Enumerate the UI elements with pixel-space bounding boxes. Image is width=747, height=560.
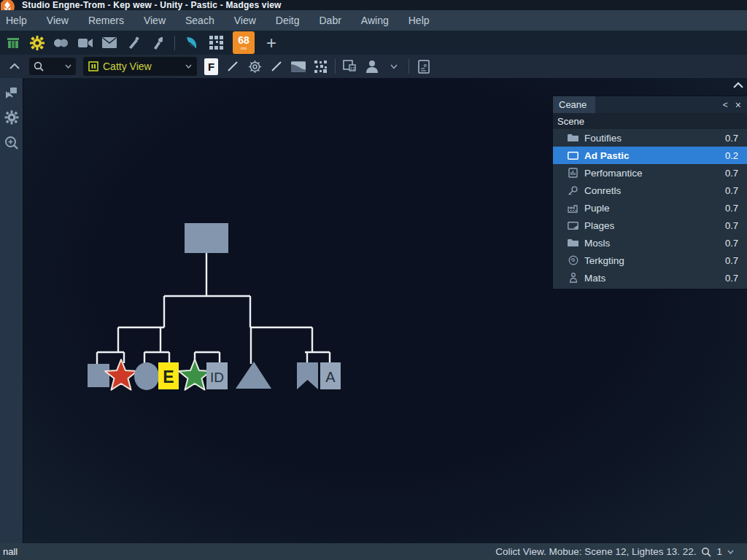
scene-canvas[interactable]: E ID A Ceane < × Scene — [23, 78, 747, 543]
person-icon[interactable] — [365, 59, 379, 74]
fingerprint-icon — [568, 255, 578, 266]
circle-node[interactable] — [134, 362, 159, 390]
menu-view-3[interactable]: View — [234, 15, 256, 26]
qr-grid-icon[interactable] — [209, 36, 223, 50]
panel-tab[interactable]: Ceane — [553, 96, 595, 113]
format-button[interactable]: F — [204, 58, 218, 75]
chevron-up-icon[interactable] — [7, 59, 22, 74]
hierarchy-row-puple[interactable]: Puple 0.7 — [553, 199, 747, 217]
hierarchy-panel: Ceane < × Scene Foutifies 0.7 Ad Pas — [553, 96, 747, 289]
menu-view[interactable]: View — [47, 15, 69, 26]
slash-icon[interactable] — [269, 59, 284, 74]
row-value: 0.7 — [725, 133, 738, 144]
view-mode-select[interactable]: Catty View — [83, 57, 197, 76]
hierarchy-row-ad-pastic[interactable]: Ad Pastic 0.2 — [553, 147, 747, 164]
menu-remers[interactable]: Remers — [88, 15, 124, 26]
magnifier-icon — [34, 61, 44, 71]
menu-help-2[interactable]: Help — [409, 15, 430, 26]
green-columns-icon[interactable] — [6, 36, 20, 50]
yellow-frame-icon — [88, 61, 98, 71]
hierarchy-row-mats[interactable]: Mats 0.7 — [553, 269, 747, 287]
panel-header: Ceane < × — [553, 96, 747, 113]
image-icon[interactable] — [291, 59, 306, 74]
hierarchy-row-foutifies[interactable]: Foutifies 0.7 — [553, 129, 747, 147]
sprocket-icon[interactable] — [247, 59, 262, 74]
menu-deitg[interactable]: Deitg — [276, 15, 300, 26]
toolbar-divider — [335, 59, 336, 74]
tree-connector-lines — [97, 253, 330, 365]
double-circle-icon[interactable] — [54, 36, 69, 50]
chevron-down-icon[interactable] — [727, 550, 734, 554]
red-star-node[interactable] — [105, 359, 137, 390]
status-right-text: Colict View. Mobue: Scene 12, Lightes 13… — [495, 546, 696, 557]
magnifier-icon[interactable] — [701, 547, 711, 557]
teal-quill-icon[interactable] — [185, 36, 199, 50]
yellow-e-node-label: E — [163, 368, 174, 386]
view-mode-value: Catty View — [103, 61, 181, 72]
workspace: E ID A Ceane < × Scene — [0, 78, 747, 543]
root-node[interactable] — [185, 223, 228, 253]
toolbar-divider — [174, 36, 175, 50]
pattern-icon[interactable] — [313, 59, 328, 74]
hierarchy-row-mosls[interactable]: Mosls 0.7 — [553, 234, 747, 252]
menu-seach[interactable]: Seach — [185, 15, 214, 26]
card-icon — [568, 150, 578, 161]
row-value: 0.7 — [725, 255, 738, 266]
menu-view-2[interactable]: View — [144, 15, 166, 26]
row-value: 0.7 — [725, 168, 738, 179]
settings-gear-icon[interactable] — [4, 110, 19, 125]
slash-icon[interactable] — [225, 59, 240, 74]
camera-icon[interactable] — [78, 36, 93, 50]
chevron-down-icon — [185, 64, 192, 69]
plus-icon[interactable]: + — [264, 36, 279, 50]
display-icon — [568, 220, 578, 231]
zoom-level-value[interactable]: 1 — [716, 546, 722, 557]
unit-badge-button[interactable]: 68 cm — [233, 31, 255, 54]
book-chart-icon — [568, 168, 578, 179]
window-13-icon[interactable]: 13 — [343, 59, 357, 74]
main-toolbar: 68 cm + — [0, 31, 747, 55]
document-icon[interactable]: e — [417, 59, 431, 74]
hierarchy-row-conretls[interactable]: Conretls 0.7 — [553, 182, 747, 199]
panel-collapse-button[interactable]: < — [723, 100, 728, 110]
bookmark-node[interactable] — [297, 362, 318, 389]
key-icon — [568, 185, 578, 196]
unit-badge-unit: cm — [241, 46, 247, 50]
folder-icon — [568, 133, 578, 144]
id-node-label: ID — [210, 370, 224, 385]
mail-icon[interactable] — [102, 36, 117, 50]
row-value: 0.7 — [725, 203, 738, 214]
svg-text:e: e — [424, 62, 427, 69]
hierarchy-row-terkgting[interactable]: Terkgting 0.7 — [553, 252, 747, 269]
green-star-node[interactable] — [179, 359, 211, 390]
square-node[interactable] — [88, 364, 109, 387]
move-tool-icon[interactable] — [4, 85, 19, 100]
menu-awing[interactable]: Awing — [361, 15, 389, 26]
menu-dabr[interactable]: Dabr — [319, 15, 341, 26]
row-value: 0.7 — [725, 238, 738, 249]
triangle-node[interactable] — [236, 362, 271, 389]
svg-text:13: 13 — [350, 66, 355, 71]
scene-root-label: Scene — [557, 116, 584, 127]
row-value: 0.2 — [725, 150, 738, 161]
app-window: Studio Engne-Trom - Kep wew - Unity - Pa… — [0, 0, 747, 560]
hierarchy-row-perfomantice[interactable]: Perfomantice 0.7 — [553, 164, 747, 182]
app-logo-icon — [1, 0, 15, 10]
hierarchy-row-plages[interactable]: Plages 0.7 — [553, 217, 747, 234]
search-input[interactable] — [29, 58, 76, 75]
row-value: 0.7 — [725, 273, 738, 284]
menu-help[interactable]: Help — [6, 15, 27, 26]
a-node-label: A — [325, 369, 336, 385]
status-bar: nall Colict View. Mobue: Scene 12, Light… — [0, 543, 747, 560]
zoom-magnifier-icon[interactable] — [4, 135, 19, 149]
eyedropper-icon[interactable] — [150, 36, 165, 50]
gear-icon[interactable] — [30, 36, 44, 50]
pen-icon[interactable] — [126, 36, 141, 50]
panel-close-button[interactable]: × — [735, 99, 741, 111]
menu-bar: Help View Remers View Seach View Deitg D… — [0, 10, 747, 31]
row-value: 0.7 — [725, 220, 738, 231]
window-title: Studio Engne-Trom - Kep wew - Unity - Pa… — [22, 0, 282, 10]
row-value: 0.7 — [725, 185, 738, 196]
chevron-down-icon[interactable] — [387, 59, 401, 74]
scene-root-row[interactable]: Scene — [553, 113, 747, 129]
